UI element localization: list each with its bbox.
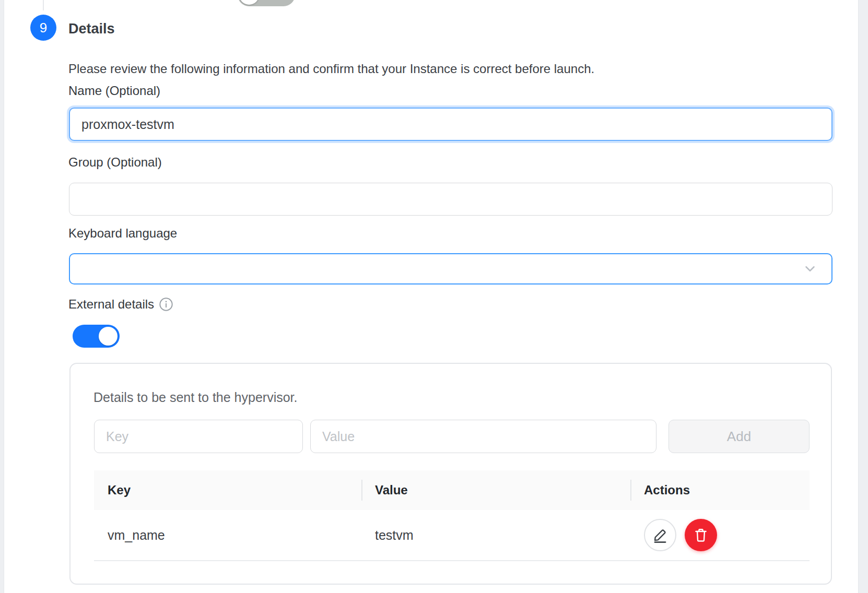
delete-button[interactable] xyxy=(685,519,717,551)
trash-icon xyxy=(693,527,709,543)
key-input[interactable] xyxy=(94,420,303,453)
row-key-cell: vm_name xyxy=(94,528,361,543)
chevron-down-icon xyxy=(802,261,818,277)
value-input[interactable] xyxy=(310,420,656,453)
table-header-row: Key Value Actions xyxy=(94,470,810,510)
add-button[interactable]: Add xyxy=(668,420,810,453)
pencil-icon xyxy=(652,527,668,543)
external-details-row: External details xyxy=(68,297,173,312)
row-actions-cell xyxy=(630,519,810,551)
hypervisor-details-panel: Details to be sent to the hypervisor. Ad… xyxy=(69,363,832,585)
step-number: 9 xyxy=(40,20,47,36)
external-details-toggle[interactable] xyxy=(73,325,120,348)
group-label: Group (Optional) xyxy=(68,155,162,170)
name-label: Name (Optional) xyxy=(68,84,160,98)
column-separator xyxy=(361,480,362,501)
table-header-key: Key xyxy=(94,483,361,497)
table-header-value: Value xyxy=(361,483,630,497)
row-value-cell: testvm xyxy=(361,528,630,543)
step-title: Details xyxy=(68,21,115,37)
launch-instance-details-step: 9 Details Please review the following in… xyxy=(0,0,868,593)
group-input[interactable] xyxy=(69,183,832,216)
table-row: vm_name testvm xyxy=(94,510,810,561)
info-icon[interactable] xyxy=(159,297,173,312)
edit-button[interactable] xyxy=(644,519,676,551)
panel-description: Details to be sent to the hypervisor. xyxy=(93,390,298,405)
step-number-badge: 9 xyxy=(30,15,56,41)
intro-text: Please review the following information … xyxy=(68,62,594,76)
toggle-knob xyxy=(99,327,118,346)
keyboard-language-select[interactable] xyxy=(69,253,832,284)
toggle-knob xyxy=(239,0,259,5)
key-value-table: Key Value Actions vm_name testvm xyxy=(94,470,810,561)
keyboard-language-label: Keyboard language xyxy=(68,226,177,241)
table-header-actions: Actions xyxy=(630,483,810,497)
previous-step-toggle[interactable] xyxy=(238,0,295,6)
column-separator xyxy=(630,480,631,501)
external-details-label: External details xyxy=(68,297,154,312)
name-input[interactable] xyxy=(69,108,832,141)
step-connector-line xyxy=(43,0,44,10)
